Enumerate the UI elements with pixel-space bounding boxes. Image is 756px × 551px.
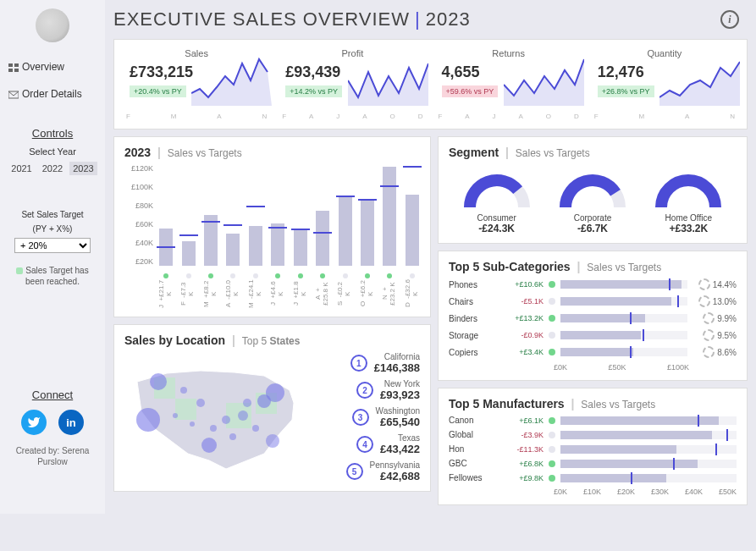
year-option-2021[interactable]: 2021 [8,162,35,175]
bar-col[interactable] [158,229,174,266]
bar-rect [339,196,352,266]
state-name: New York [380,379,420,388]
target-dot-icon [549,475,555,482]
bar-col[interactable] [248,226,263,266]
bar-col[interactable] [315,211,330,266]
state-item-5[interactable]: 5 Pennsylvania£42,688 [346,460,420,482]
kpi-returns: Returns 4,655 +59.6% vs PY FAJAOD [433,45,584,124]
us-map[interactable] [124,352,311,479]
year-option-2022[interactable]: 2022 [39,162,66,175]
donut-icon [698,295,710,307]
year-selector: 2021 2022 2023 [8,162,97,175]
target-dot-icon [549,332,555,339]
map-title: Sales by Location | Top 5 States [124,333,420,347]
donut-icon [698,278,710,290]
segment-card: Segment | Sales vs Targets Consumer -£24… [438,136,748,244]
bullet-row-phones[interactable]: Phones +£10.6K 14.4% [449,278,737,290]
bullet-name: Hon [449,444,498,454]
state-value: £42,688 [370,470,420,482]
bullet-row-fellowes[interactable]: Fellowes +£9.8K [449,473,737,482]
bar-col[interactable] [405,195,420,266]
bullet-row-global[interactable]: Global -£3.9K [449,430,737,439]
svg-point-17 [243,399,251,407]
state-item-3[interactable]: 3 Washington£65,540 [352,406,420,428]
svg-point-15 [238,410,248,421]
kpi-sales: Sales £733,215 +20.4% vs PY FMAN [121,45,272,124]
subcategories-card: Top 5 Sub-Categories | Sales vs Targets … [438,251,748,381]
envelope-icon [8,90,19,98]
nav-overview-label: Overview [22,61,64,73]
year-option-2023[interactable]: 2023 [69,162,97,175]
bullet-name: Copiers [449,348,498,357]
bar-rect [383,167,396,266]
target-dot-icon [320,273,325,278]
rank-badge: 5 [346,463,363,480]
target-dot-icon [365,273,370,278]
kpi-delta: +20.4% vs PY [130,85,186,97]
gauge-home-office[interactable]: Home Office +£33.2K [650,169,726,234]
target-heading: Set Sales Target [14,209,91,220]
gauge-consumer[interactable]: Consumer -£24.3K [459,169,535,234]
bullet-name: Canon [449,416,498,425]
state-value: £65,540 [376,416,420,428]
bullet-pct: 8.6% [693,346,737,358]
bar-x-label: F -£7.3 K [180,279,196,308]
kpi-row: Sales £733,215 +20.4% vs PY FMAN Profit … [113,39,748,129]
state-item-1[interactable]: 1 California£146,388 [350,352,420,374]
bullet-row-chairs[interactable]: Chairs -£5.1K 13.0% [449,295,737,307]
bullet-name: GBC [449,459,498,468]
bullet-row-copiers[interactable]: Copiers +£3.4K 8.6% [449,346,737,358]
bullet-bar [560,331,687,339]
state-item-2[interactable]: 2 New York£93,923 [356,379,420,401]
bar-target-mark [268,227,287,229]
bar-target-mark [380,185,399,187]
gauge-label: Corporate [555,213,631,223]
bullet-delta: -£11.3K [503,445,544,454]
target-dot-icon [549,281,555,288]
bar-rect [361,200,374,266]
svg-point-20 [210,425,217,432]
bullet-bar [560,348,687,356]
logo-globe-icon [36,8,69,42]
bar-col[interactable] [203,215,218,266]
segment-title: Segment | Sales vs Targets [449,146,737,159]
bar-col[interactable] [225,234,240,266]
bar-target-mark [201,221,220,223]
bar-col[interactable] [270,223,285,266]
bullet-row-storage[interactable]: Storage -£0.9K 9.5% [449,329,737,341]
bullet-row-binders[interactable]: Binders +£13.2K 9.9% [449,312,737,324]
bullet-bar [560,280,687,289]
bullet-pct: 14.4% [693,278,737,290]
header: EXECUTIVE SALES OVERVIEW|2023 i [113,5,748,39]
target-dot-icon [163,273,168,278]
bullet-row-canon[interactable]: Canon +£6.1K [449,416,737,425]
twitter-icon[interactable] [21,410,47,435]
target-select[interactable]: + 20% [14,238,91,253]
bar-col[interactable] [293,229,308,266]
credits: Created by: SerenaPurslow [16,445,90,467]
gauge-corporate[interactable]: Corporate -£6.7K [555,169,631,234]
bullet-name: Phones [449,280,498,289]
nav-overview[interactable]: Overview [5,56,100,78]
target-dot-icon [410,273,415,278]
nav-order-details[interactable]: Order Details [5,83,100,105]
info-icon[interactable]: i [720,10,739,29]
bullet-delta: +£3.4K [503,348,544,356]
linkedin-icon[interactable]: in [58,410,84,435]
svg-rect-6 [175,399,196,420]
bar-col[interactable] [180,241,196,266]
bar-col[interactable] [337,196,352,266]
bullet-row-hon[interactable]: Hon -£11.3K [449,444,737,454]
bullet-delta: +£9.8K [503,474,544,482]
target-dot-icon [298,273,303,278]
monthly-bar-chart: £120K£100K£80K£60K£40K£20K J +£21.7 KF -… [124,164,420,308]
bar-x-label: J +£4.6 K [270,279,285,308]
bar-col[interactable] [382,167,397,266]
bullet-row-gbc[interactable]: GBC +£6.8K [449,459,737,468]
target-dot-icon [230,273,235,278]
target-dot-icon [253,273,258,278]
state-item-4[interactable]: 4 Texas£43,422 [356,433,420,455]
bar-col[interactable] [360,200,375,266]
target-dot-icon [275,273,280,278]
bar-target-mark [223,224,242,226]
